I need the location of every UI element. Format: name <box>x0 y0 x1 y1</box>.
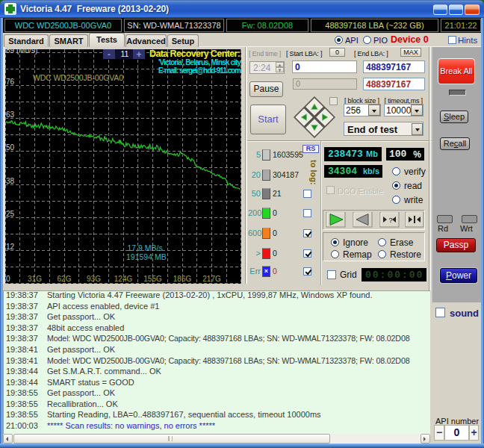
svg-text:12: 12 <box>6 243 15 251</box>
svg-text:62G: 62G <box>58 275 72 283</box>
svg-text:E-mail: sergei@hdd-911.com: E-mail: sergei@hdd-911.com <box>158 66 241 75</box>
svg-text:124G: 124G <box>114 275 133 283</box>
svg-text:17,9 MB/s: 17,9 MB/s <box>128 243 163 252</box>
svg-text:217G: 217G <box>202 275 221 283</box>
svg-text:63: 63 <box>6 111 15 119</box>
svg-text:0: 0 <box>6 275 10 283</box>
svg-text:50: 50 <box>6 143 15 152</box>
svg-text:89 (Mb/s): 89 (Mb/s) <box>6 46 37 55</box>
svg-text:?: ? <box>389 217 393 224</box>
svg-text:+: + <box>136 49 141 60</box>
svg-text:93G: 93G <box>87 275 101 283</box>
svg-text:31G: 31G <box>28 275 42 283</box>
svg-text:WDC WD2500JB-00GVA0: WDC WD2500JB-00GVA0 <box>33 73 123 82</box>
svg-text:11: 11 <box>121 49 129 58</box>
svg-text:155G: 155G <box>143 275 162 283</box>
svg-text:-: - <box>108 49 111 60</box>
svg-text:25: 25 <box>6 210 15 218</box>
svg-text:76: 76 <box>6 78 15 86</box>
svg-text:186G: 186G <box>173 275 192 283</box>
svg-text:191594 MB: 191594 MB <box>126 252 167 261</box>
svg-text:'Victoria', Belarus, Minsk cit: 'Victoria', Belarus, Minsk city <box>158 58 241 66</box>
svg-text:38: 38 <box>6 177 15 185</box>
